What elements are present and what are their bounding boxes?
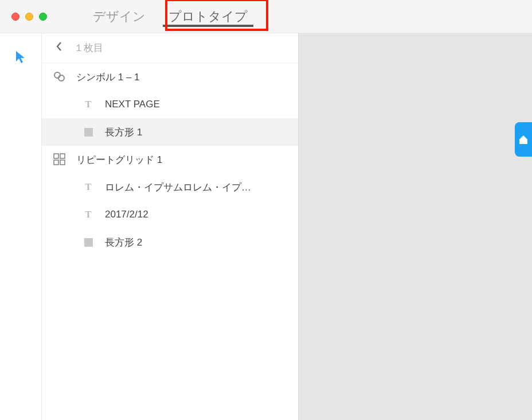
- share-tab-button[interactable]: [515, 122, 532, 157]
- rectangle-icon: [82, 126, 95, 138]
- layer-label: 2017/2/12: [105, 209, 148, 220]
- layer-rect-2[interactable]: 長方形 2: [42, 228, 298, 256]
- svg-rect-3: [60, 154, 65, 158]
- svg-rect-2: [54, 154, 58, 158]
- svg-point-0: [54, 72, 60, 78]
- left-toolbar: [0, 33, 42, 420]
- layer-date[interactable]: T 2017/2/12: [42, 201, 298, 228]
- svg-rect-4: [54, 160, 58, 165]
- layer-lorem[interactable]: T ロレム・イプサムロレム・イプ…: [42, 173, 298, 201]
- content-area: １枚目 シンボル 1 – 1 T NEXT PAGE 長方形 1: [0, 33, 532, 420]
- traffic-lights: [0, 13, 47, 21]
- rectangle-icon: [82, 236, 95, 248]
- layer-label: ロレム・イプサムロレム・イプ…: [105, 181, 251, 194]
- svg-rect-5: [60, 160, 65, 165]
- window-minimize-button[interactable]: [25, 13, 33, 21]
- titlebar: デザイン プロトタイプ: [0, 0, 532, 33]
- breadcrumb-page-label: １枚目: [74, 41, 103, 55]
- window-zoom-button[interactable]: [39, 13, 47, 21]
- layer-label: NEXT PAGE: [105, 99, 160, 110]
- layer-next-page[interactable]: T NEXT PAGE: [42, 91, 298, 118]
- selection-tool-icon[interactable]: [15, 50, 26, 63]
- breadcrumb-back-icon[interactable]: [56, 41, 62, 55]
- tab-prototype[interactable]: プロトタイプ: [157, 0, 259, 33]
- layer-label: 長方形 2: [105, 236, 142, 249]
- layer-label: リピートグリッド 1: [76, 153, 162, 166]
- layer-rect-1[interactable]: 長方形 1: [42, 118, 298, 146]
- layer-symbol-1[interactable]: シンボル 1 – 1: [42, 63, 298, 91]
- layers-panel: １枚目 シンボル 1 – 1 T NEXT PAGE 長方形 1: [42, 33, 299, 420]
- breadcrumb: １枚目: [42, 33, 298, 63]
- svg-point-1: [58, 75, 64, 81]
- layer-label: 長方形 1: [105, 126, 142, 139]
- layer-repeat-grid[interactable]: リピートグリッド 1: [42, 146, 298, 173]
- canvas[interactable]: [299, 33, 532, 420]
- text-icon: T: [82, 181, 95, 193]
- symbol-icon: [53, 71, 66, 83]
- text-icon: T: [82, 98, 95, 111]
- text-icon: T: [82, 208, 95, 221]
- layer-label: シンボル 1 – 1: [76, 71, 140, 84]
- tab-design[interactable]: デザイン: [81, 0, 157, 33]
- home-icon: [518, 134, 529, 145]
- mode-tabs: デザイン プロトタイプ: [81, 0, 259, 33]
- window-close-button[interactable]: [11, 13, 19, 21]
- repeat-grid-icon: [53, 153, 66, 166]
